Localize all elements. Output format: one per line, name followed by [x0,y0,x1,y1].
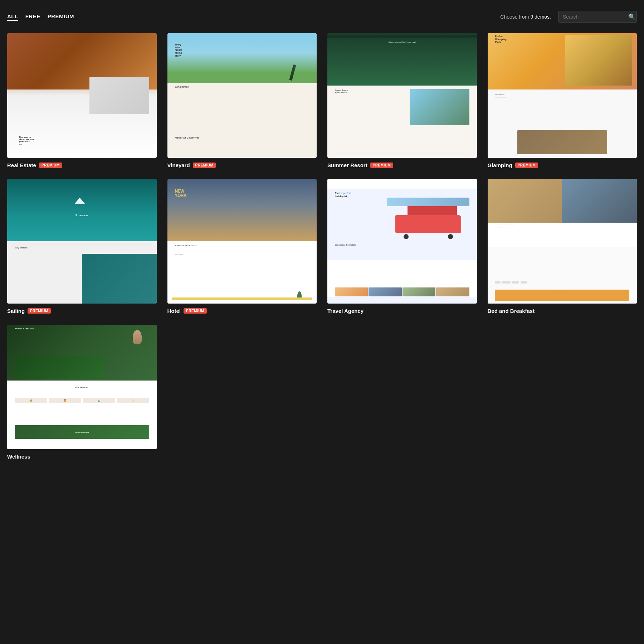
premium-badge: PREMIUM [39,163,62,168]
filter-premium[interactable]: PREMIUM [48,13,74,21]
card-real-estate[interactable]: New way to showcase your propreties ▪▪▪▪… [7,33,157,168]
card-grid-row3: Wellness & Spa Center Our Services 🌿 💆 🏊… [7,325,637,460]
card-label-glamping: Glamping PREMIUM [488,162,637,168]
empty-slot-3 [488,325,637,460]
card-name: Bed and Breakfast [488,308,535,314]
empty-slot-1 [167,325,317,460]
card-name: Hotel [167,308,181,314]
card-label-bed-and-breakfast: Bed and Breakfast [488,308,637,314]
demo-count-link[interactable]: 9 demos. [530,14,551,20]
demo-count: Choose from 9 demos. [500,14,551,20]
search-input[interactable] [563,14,625,20]
card-label-real-estate: Real Estate PREMIUM [7,162,157,168]
premium-badge: PREMIUM [370,163,394,168]
card-bed-and-breakfast[interactable]: ▪▪▪▪▪▪▪▪▪▪▪▪▪▪▪▪▪▪▪▪▪▪▪▪▪▪▪▪▪▪▪▪▪▪▪▪▪▪▪▪… [488,179,637,314]
card-name: Vineyard [167,162,190,168]
filter-tabs: ALL FREE PREMIUM [7,13,74,21]
card-name: Wellness [7,454,30,460]
right-section: Choose from 9 demos. 🔍 [500,11,637,23]
card-name: Sailing [7,308,25,314]
filter-free[interactable]: FREE [25,13,40,21]
card-label-summer-resort: Summer Resort PREMIUM [327,162,477,168]
search-icon: 🔍 [628,13,635,20]
card-label-sailing: Sailing PREMIUM [7,308,157,314]
premium-badge: PREMIUM [184,308,207,314]
card-label-vineyard: Vineyard PREMIUM [167,162,317,168]
card-name: Travel Agency [327,308,364,314]
card-wellness[interactable]: Wellness & Spa Center Our Services 🌿 💆 🏊… [7,325,157,460]
card-label-travel-agency: Travel Agency [327,308,477,314]
card-vineyard[interactable]: everywinemakertells astory Reserva Caber… [167,33,317,168]
premium-badge: PREMIUM [193,163,216,168]
premium-badge: PREMIUM [28,308,51,314]
empty-slot-2 [327,325,477,460]
card-name: Summer Resort [327,162,367,168]
card-travel-agency[interactable]: Plan a perfectholiday trip Our popular d… [327,179,477,314]
card-sailing[interactable]: Sirocco We have lines thatcarry emotions… [7,179,157,314]
search-box[interactable]: 🔍 [558,11,637,23]
card-grid-row1: New way to showcase your propreties ▪▪▪▪… [7,33,637,168]
premium-badge: PREMIUM [515,163,538,168]
filter-all[interactable]: ALL [7,13,18,21]
card-name: Glamping [488,162,512,168]
top-bar: ALL FREE PREMIUM Choose from 9 demos. 🔍 [7,7,637,33]
card-label-hotel: Hotel PREMIUM [167,308,317,314]
card-glamping[interactable]: PerfectGlampingPlace ▪▪▪▪▪▪▪▪▪▪▪▪▪▪▪▪▪▪▪… [488,33,637,168]
card-name: Real Estate [7,162,36,168]
card-grid-row2: Sirocco We have lines thatcarry emotions… [7,179,637,314]
card-label-wellness: Wellness [7,454,157,460]
card-hotel[interactable]: NEWYORK YOUR FAVOURITE PLACE ▪▪▪▪▪▪▪▪▪▪▪… [167,179,317,314]
card-summer-resort[interactable]: Welcome to our Piña Colada hotel Sweet R… [327,33,477,168]
